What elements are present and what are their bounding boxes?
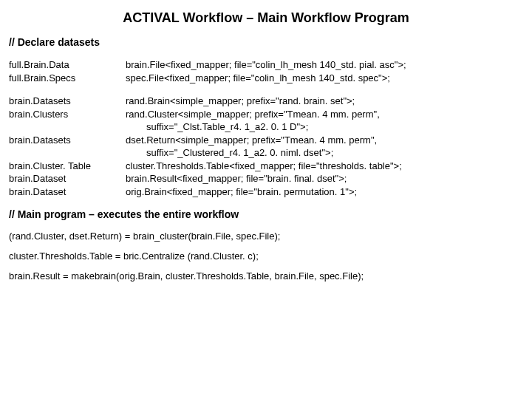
declaration-value: dset.Return<simple_mapper; prefix="Tmean… bbox=[126, 134, 523, 147]
declarations-block: full.Brain.Data full.Brain.Specs brain.F… bbox=[9, 58, 523, 198]
declaration-type: brain.Datasets bbox=[9, 95, 121, 108]
declaration-type: full.Brain.Specs bbox=[9, 72, 121, 85]
declaration-type: brain.Datasets bbox=[9, 134, 121, 147]
code-statement: (rand.Cluster, dset.Return) = brain_clus… bbox=[9, 231, 523, 242]
declaration-type: brain.Clusters bbox=[9, 108, 121, 121]
declaration-values-col: brain.File<fixed_mapper; file="colin_lh_… bbox=[126, 58, 523, 84]
declaration-value: spec.File<fixed_mapper; file="colin_lh_m… bbox=[126, 72, 523, 85]
code-statement: cluster.Thresholds.Table = bric.Centrali… bbox=[9, 250, 523, 262]
declaration-value: rand.Cluster<simple_mapper; prefix="Tmea… bbox=[126, 108, 523, 121]
document-page: ACTIVAL Workflow – Main Workflow Program… bbox=[0, 0, 532, 299]
declaration-value: cluster.Thresholds.Table<fixed_mapper; f… bbox=[126, 160, 523, 173]
declaration-value: rand.Brain<simple_mapper; prefix="rand. … bbox=[126, 95, 523, 108]
declaration-types-col: full.Brain.Data full.Brain.Specs bbox=[9, 58, 126, 84]
declaration-values-col: rand.Brain<simple_mapper; prefix="rand. … bbox=[126, 95, 523, 198]
declaration-type: brain.Dataset bbox=[9, 185, 121, 199]
section-main-heading: // Main program – executes the entire wo… bbox=[9, 208, 523, 220]
declaration-type: brain.Dataset bbox=[9, 172, 121, 185]
declaration-type-blank bbox=[9, 146, 121, 160]
declaration-value: orig.Brain<fixed_mapper; file="brain. pe… bbox=[126, 185, 523, 199]
main-program-block: (rand.Cluster, dset.Return) = brain_clus… bbox=[9, 231, 523, 282]
declaration-value-continuation: suffix="_Clst.Table_r4. 1_a2. 0. 1 D">; bbox=[126, 120, 523, 134]
declaration-type-blank bbox=[9, 120, 121, 134]
declaration-group: brain.Datasets brain.Clusters brain.Data… bbox=[9, 95, 523, 198]
section-declare-heading: // Declare datasets bbox=[9, 36, 523, 48]
declaration-types-col: brain.Datasets brain.Clusters brain.Data… bbox=[9, 95, 126, 198]
declaration-value: brain.Result<fixed_mapper; file="brain. … bbox=[126, 172, 523, 185]
declaration-type: brain.Cluster. Table bbox=[9, 160, 121, 173]
page-title: ACTIVAL Workflow – Main Workflow Program bbox=[9, 10, 523, 26]
declaration-value: brain.File<fixed_mapper; file="colin_lh_… bbox=[126, 58, 523, 72]
declaration-value-continuation: suffix="_Clustered_r4. 1_a2. 0. niml. ds… bbox=[126, 146, 523, 160]
code-statement: brain.Result = makebrain(orig.Brain, clu… bbox=[9, 270, 523, 282]
declaration-group: full.Brain.Data full.Brain.Specs brain.F… bbox=[9, 58, 523, 84]
declaration-type: full.Brain.Data bbox=[9, 58, 121, 72]
